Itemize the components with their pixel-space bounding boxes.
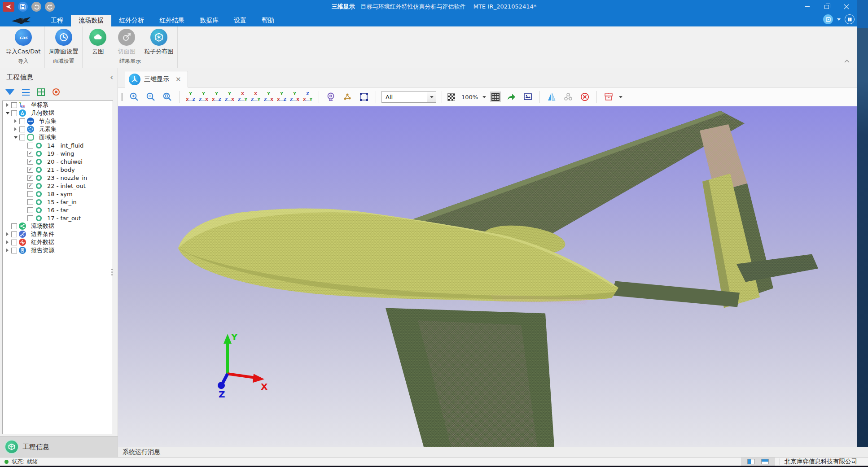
view-orientation-button-7[interactable]: YZX [263, 92, 274, 102]
view-orientation-button-9[interactable]: YZX [289, 92, 300, 102]
tree-checkbox[interactable] [27, 151, 33, 157]
tree-checkbox[interactable] [11, 240, 17, 245]
minimize-button[interactable] [797, 0, 817, 13]
tree-item-18[interactable]: 报告资源 [3, 246, 113, 254]
tree-checkbox[interactable] [11, 102, 17, 108]
tree-expander-icon[interactable] [4, 240, 10, 244]
collapse-all-icon[interactable] [22, 89, 30, 91]
combo-dropdown-button[interactable] [427, 92, 436, 102]
tab-3d-view[interactable]: 三维显示 ✕ [125, 71, 188, 87]
opacity-icon[interactable] [447, 93, 455, 101]
tree-item-9[interactable]: 23 - nozzle_in [3, 174, 113, 182]
undo-button[interactable] [31, 2, 41, 12]
splitter-handle[interactable] [111, 267, 113, 279]
tree-item-5[interactable]: 14 - int_fluid [3, 141, 113, 149]
ribbon-button-cloud[interactable]: 云图 [83, 28, 112, 56]
tree-checkbox[interactable] [27, 183, 33, 189]
zoom-fit-button[interactable] [161, 91, 174, 103]
view-orientation-button-5[interactable]: XZY [237, 92, 248, 102]
tree-checkbox[interactable] [27, 207, 33, 213]
help-book-button[interactable] [845, 14, 855, 24]
tree-checkbox[interactable] [19, 127, 25, 132]
close-button[interactable] [837, 0, 856, 13]
tree-expander-icon[interactable] [13, 135, 18, 140]
tree-checkbox[interactable] [19, 135, 25, 140]
tree-checkbox[interactable] [11, 110, 17, 116]
toggle-left-panel-icon[interactable] [747, 459, 755, 464]
menu-item-1[interactable]: 流场数据 [71, 15, 111, 26]
view-orientation-button-4[interactable]: YZX [224, 92, 235, 102]
viewport-3d[interactable]: Y X Z [118, 106, 868, 447]
tree-checkbox[interactable] [27, 143, 33, 148]
camera-position-button[interactable] [324, 91, 337, 103]
ribbon-button-cas[interactable]: cas导入Cas/Dat [3, 28, 44, 56]
zoom-in-button[interactable] [128, 91, 140, 103]
tree-checkbox[interactable] [27, 175, 33, 181]
tree-item-17[interactable]: 红外数据 [3, 238, 113, 246]
filter-icon[interactable] [5, 89, 14, 100]
tree-item-11[interactable]: 18 - sym [3, 190, 113, 198]
tree-item-15[interactable]: 流场数据 [3, 222, 113, 230]
toolbar-drag-handle[interactable] [121, 93, 123, 101]
opacity-dropdown-icon[interactable] [482, 96, 486, 100]
app-menu-button[interactable] [3, 2, 14, 12]
restore-button[interactable] [817, 0, 837, 13]
menu-item-5[interactable]: 设置 [226, 15, 254, 26]
ribbon-button-particle[interactable]: 粒子分布图 [141, 28, 176, 56]
tree-item-4[interactable]: 面域集 [3, 133, 113, 141]
tree-checkbox[interactable] [11, 223, 17, 229]
archive-button[interactable] [602, 91, 615, 103]
menu-item-2[interactable]: 红外分析 [111, 15, 152, 26]
tree-checkbox[interactable] [27, 199, 33, 205]
group-display-button[interactable] [562, 91, 574, 103]
clear-results-button[interactable] [579, 91, 591, 103]
redo-button[interactable] [45, 2, 55, 12]
tree-item-14[interactable]: 17 - far_out [3, 214, 113, 222]
tree-expander-icon[interactable] [13, 119, 18, 123]
menu-item-4[interactable]: 数据库 [192, 15, 226, 26]
menu-item-0[interactable]: 工程 [43, 15, 71, 26]
style-switch-button[interactable] [823, 14, 833, 24]
tree-checkbox[interactable] [27, 191, 33, 197]
tree-item-2[interactable]: 节点集 [3, 117, 113, 125]
tree-item-1[interactable]: 几何数据 [3, 109, 113, 117]
tree-checkbox[interactable] [27, 215, 33, 221]
box-select-button[interactable] [358, 91, 370, 103]
tree-expander-icon[interactable] [4, 110, 10, 116]
menu-item-3[interactable]: 红外结果 [152, 15, 192, 26]
view-orientation-button-2[interactable]: YZX [198, 92, 209, 102]
tree-checkbox[interactable] [11, 248, 17, 253]
tree-expander-icon[interactable] [4, 232, 10, 236]
tree-item-0[interactable]: Yzx坐标系 [3, 101, 113, 109]
tree-item-3[interactable]: 元素集 [3, 125, 113, 133]
screenshot-button[interactable] [522, 91, 534, 103]
tree-expander-icon[interactable] [4, 249, 10, 252]
tree-expander-icon[interactable] [4, 103, 10, 107]
tree-item-7[interactable]: 20 - chuiwei [3, 157, 113, 166]
view-orientation-button-10[interactable]: ZXY [302, 92, 313, 102]
view-orientation-button-1[interactable]: YXZ [185, 92, 196, 102]
panel-collapse-button[interactable]: ‹ [110, 74, 113, 81]
tree-item-12[interactable]: 15 - far_in [3, 198, 113, 206]
tree-item-6[interactable]: 19 - wing [3, 149, 113, 157]
tree-item-16[interactable]: 边界条件 [3, 230, 113, 238]
tree-item-10[interactable]: 22 - inlet_out [3, 182, 113, 190]
zoom-out-button[interactable] [145, 91, 157, 103]
tree-item-13[interactable]: 16 - far [3, 206, 113, 214]
tree-checkbox[interactable] [19, 118, 25, 124]
export-view-button[interactable] [505, 91, 517, 103]
locate-icon[interactable] [53, 88, 60, 96]
archive-dropdown-icon[interactable] [619, 96, 623, 100]
particles-toggle-button[interactable] [341, 91, 354, 103]
view-orientation-button-3[interactable]: YXZ [211, 92, 222, 102]
save-button[interactable] [18, 2, 28, 12]
tab-close-icon[interactable]: ✕ [175, 75, 181, 83]
menu-item-6[interactable]: 帮助 [254, 15, 282, 26]
mesh-toggle-button[interactable] [490, 92, 501, 102]
mirror-button[interactable] [545, 91, 558, 103]
project-tree[interactable]: Yzx坐标系几何数据节点集元素集面域集14 - int_fluid19 - wi… [2, 100, 113, 434]
chevron-down-icon[interactable] [837, 18, 841, 22]
tree-checkbox[interactable] [27, 159, 33, 165]
tree-checkbox[interactable] [11, 231, 17, 237]
project-panel-tab[interactable]: 工程信息 [0, 436, 118, 457]
